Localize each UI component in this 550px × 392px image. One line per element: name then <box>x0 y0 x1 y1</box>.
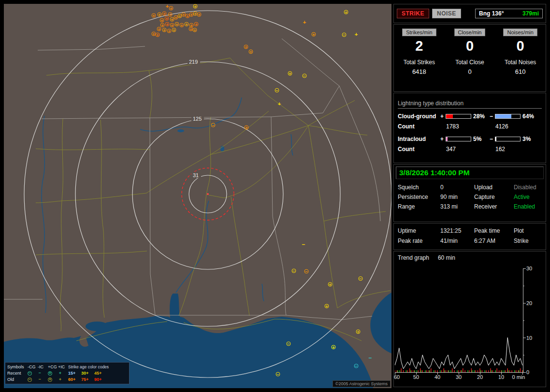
pos-cg-old-icon: + <box>48 378 52 382</box>
datetime-value: 3/8/2026 1:40:00 PM <box>399 168 470 177</box>
total-strikes-value: 6418 <box>412 68 426 75</box>
x-tick-20: 20 <box>477 374 483 380</box>
distribution-title: Lightning type distribution <box>398 100 542 109</box>
strike-symbol: + <box>172 28 176 32</box>
x-tick-10: 10 <box>498 374 504 380</box>
strike-symbol: + <box>355 31 358 37</box>
total-noises-value: 610 <box>515 68 526 75</box>
copyright: ©2005 Astrogenic Systems <box>333 380 391 387</box>
strike-symbol: − <box>369 355 372 361</box>
legend-col-neg-cg: -CG <box>28 364 38 369</box>
minus-sign: − <box>490 113 495 120</box>
receiver-value: Enabled <box>514 203 542 210</box>
cloud-ground-row: Cloud-ground + 28% − 64% <box>398 113 542 120</box>
neg-ic-old-icon: − <box>38 378 42 382</box>
strike-symbol: + <box>160 23 165 28</box>
noise-button[interactable]: NOISE <box>432 9 461 18</box>
strike-symbol: + <box>278 101 281 106</box>
trend-chart-svg <box>395 268 528 376</box>
settings-section: 3/8/2026 1:40:00 PM Squelch 0 Upload Dis… <box>393 164 546 222</box>
strikes-stat-column: Strikes/min 2 Total Strikes 6418 <box>394 28 445 91</box>
strike-symbol: − <box>359 277 363 281</box>
strike-symbol: + <box>156 33 160 37</box>
strike-symbol: + <box>244 45 248 49</box>
bearing-display: Bng 136° 379mi <box>475 9 543 18</box>
trend-graph-label: Trend graph <box>398 254 429 261</box>
total-strikes-label: Total Strikes <box>404 59 435 66</box>
close-per-min-value: 0 <box>466 38 474 54</box>
pos-ic-recent-icon: + <box>58 371 62 376</box>
strike-symbol: − <box>211 123 216 127</box>
strike-symbol: + <box>168 13 173 17</box>
strike-symbol: + <box>152 14 156 18</box>
strike-symbol: + <box>312 32 316 37</box>
persistence-value: 90 min <box>440 194 474 200</box>
legend-recent-label: Recent <box>7 371 28 376</box>
strike-symbol: + <box>356 330 361 334</box>
cg-count-label: Count <box>398 123 440 130</box>
x-tick-40: 40 <box>434 374 440 380</box>
strike-symbol: + <box>193 4 198 9</box>
strike-symbol: + <box>165 22 170 27</box>
x-tick-50: 50 <box>413 374 419 380</box>
peak-time-value: 6:27 AM <box>474 238 514 244</box>
legend-col-pos-cg: +CG <box>48 364 58 369</box>
intracloud-row: Intracloud + 5% − 3% <box>398 136 542 142</box>
uptime-label: Uptime <box>398 227 440 234</box>
strike-symbol: + <box>197 13 202 17</box>
strike-symbol: + <box>332 345 336 350</box>
strike-symbol: + <box>170 23 174 28</box>
age-code-60: 60+ <box>68 377 81 382</box>
strike-symbol: − <box>342 33 347 37</box>
age-code-30: 30+ <box>81 371 94 376</box>
upload-label: Upload <box>474 184 514 191</box>
legend-col-neg-ic: -IC <box>38 364 48 369</box>
legend-recent-row: Recent − − + + 15+ 30+ 45+ <box>7 370 127 376</box>
legend-old-row: Old − − + + 60+ 75+ 90+ <box>7 376 127 382</box>
intracloud-label: Intracloud <box>398 136 440 142</box>
strike-symbol: + <box>158 13 162 17</box>
map-legend: Symbols -CG -IC +CG +IC Strike age color… <box>5 362 130 384</box>
age-code-90: 90+ <box>94 377 110 382</box>
intracloud-count-row: Count 347 162 <box>398 146 542 153</box>
strike-symbol: + <box>344 10 348 14</box>
cloud-ground-count-row: Count 1783 4126 <box>398 123 542 130</box>
squelch-label: Squelch <box>398 184 440 191</box>
status-section: Uptime 1321:25 Peak time Plot Peak rate … <box>393 223 546 250</box>
neg-ic-recent-icon: − <box>38 371 42 376</box>
strike-symbol: + <box>165 16 169 21</box>
noises-stat-column: Noises/min 0 Total Noises 610 <box>495 28 546 91</box>
y-tick-20: 20 <box>526 300 532 306</box>
neg-cg-recent-icon: − <box>28 371 32 376</box>
ic-positive-bar <box>446 137 471 141</box>
strike-map[interactable]: 219 125 31 +++++++++++++++++++++++++++++… <box>4 4 391 388</box>
x-tick-30: 30 <box>456 374 462 380</box>
peak-rate-value: 41/min <box>440 238 474 244</box>
strike-symbol: + <box>249 50 253 54</box>
strike-symbol: + <box>288 71 292 76</box>
neg-cg-marks <box>395 368 522 372</box>
ic-count-label: Count <box>398 146 440 153</box>
close-stat-column: Close/min 0 Total Close 0 <box>445 28 495 91</box>
strike-symbol: + <box>169 6 174 11</box>
cg-negative-pct: 64% <box>522 113 539 120</box>
settings-grid: Squelch 0 Upload Disabled Persistence 90… <box>396 184 544 210</box>
pos-cg-recent-icon: + <box>48 371 52 376</box>
strikes-per-min-value: 2 <box>415 38 423 54</box>
strike-symbol: − <box>292 269 296 273</box>
squelch-value: 0 <box>440 184 474 191</box>
trend-section: Trend graph 60 min <box>393 251 546 387</box>
ic-negative-bar <box>495 137 521 141</box>
range-label: Range <box>398 203 440 210</box>
strike-button[interactable]: STRIKE <box>397 9 429 18</box>
strike-symbol: − <box>302 242 305 247</box>
x-tick-0: 0 min <box>512 374 525 380</box>
strike-symbol: + <box>162 28 167 32</box>
total-close-label: Total Close <box>455 59 484 66</box>
x-tick-60: 60 <box>394 374 400 380</box>
strikes-per-min-header: Strikes/min <box>402 28 436 36</box>
status-grid: Uptime 1321:25 Peak time Plot Peak rate … <box>398 227 542 244</box>
plot-label: Plot <box>514 227 542 234</box>
strikes-layer: +++++++++++++++++++++++++++++++++++−++++… <box>4 4 391 388</box>
strike-symbol: − <box>276 372 280 377</box>
